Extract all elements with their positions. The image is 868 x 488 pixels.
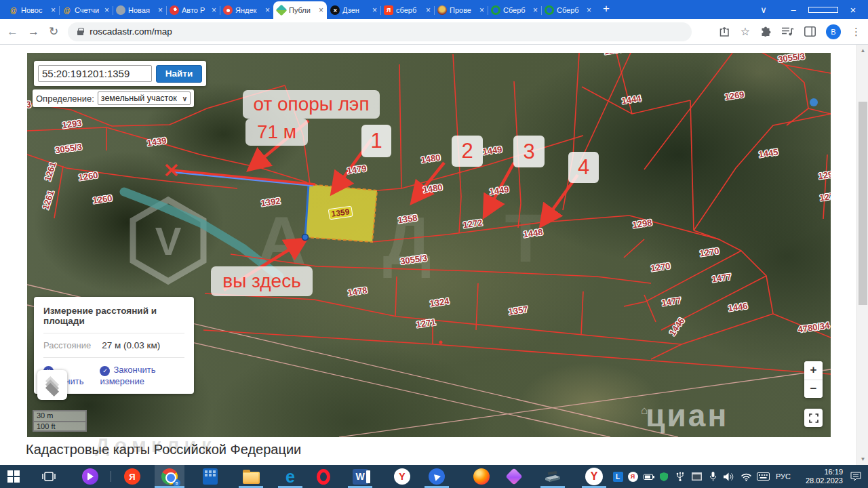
tray-clock[interactable]: 16:19 28.02.2023 bbox=[797, 465, 843, 488]
yandex-icon: Я bbox=[124, 468, 140, 485]
address-bar[interactable]: roscadastr.com/map bbox=[68, 22, 692, 41]
folder-icon bbox=[243, 472, 260, 484]
tab-strip: @Новос× @Счетчи× Новая× Авто Р× Яндек× П… bbox=[0, 0, 610, 19]
tab-close-icon[interactable]: × bbox=[587, 5, 591, 15]
share-icon[interactable] bbox=[719, 26, 730, 37]
finish-measurement-link[interactable]: ✓Закончить измерение bbox=[100, 365, 184, 386]
forward-icon[interactable]: → bbox=[28, 25, 39, 39]
l-badge-icon: L bbox=[613, 472, 623, 482]
zoom-out-button[interactable]: − bbox=[804, 380, 823, 399]
task-view-button[interactable] bbox=[35, 465, 62, 488]
tab-publichnaya-karta[interactable]: Публи× bbox=[273, 1, 327, 19]
opera-button[interactable] bbox=[310, 465, 337, 488]
action-center-button[interactable] bbox=[845, 465, 867, 488]
yandex-mini-icon: Я bbox=[628, 472, 638, 482]
annotation-power-line: от опоры лэп bbox=[243, 90, 380, 119]
layers-button[interactable] bbox=[37, 370, 67, 400]
tab-close-icon[interactable]: × bbox=[265, 5, 270, 15]
tray-language[interactable]: РУС bbox=[772, 465, 795, 488]
tab-schetchiki[interactable]: @Счетчи× bbox=[59, 1, 113, 19]
scanner-app-button[interactable] bbox=[539, 465, 566, 488]
minimize-button[interactable]: – bbox=[778, 5, 808, 15]
side-panel-icon[interactable] bbox=[804, 26, 816, 37]
new-tab-button[interactable]: + bbox=[603, 2, 610, 16]
tab-novosti[interactable]: @Новос× bbox=[5, 1, 59, 19]
app-window-icon bbox=[692, 472, 702, 481]
tab-close-icon[interactable]: × bbox=[212, 5, 216, 15]
tab-avto[interactable]: Авто Р× bbox=[166, 1, 220, 19]
tab-close-icon[interactable]: × bbox=[319, 5, 323, 15]
firefox-button[interactable] bbox=[468, 465, 495, 488]
back-icon[interactable]: ← bbox=[7, 25, 18, 39]
close-button[interactable]: × bbox=[838, 4, 868, 16]
scale-metric: 30 m bbox=[33, 410, 87, 421]
start-button[interactable] bbox=[0, 465, 27, 488]
extensions-puzzle-icon[interactable] bbox=[760, 26, 771, 37]
annotation-distance: 71 м bbox=[245, 119, 308, 146]
profile-avatar[interactable]: B bbox=[826, 24, 841, 39]
autoru-icon bbox=[170, 5, 179, 15]
window-controls: ∨ – × bbox=[749, 0, 868, 19]
url-text[interactable]: roscadastr.com/map bbox=[90, 26, 172, 37]
yandex-browser-button[interactable]: Y bbox=[389, 465, 416, 488]
tab-close-icon[interactable]: × bbox=[51, 5, 56, 15]
tab-label: Дзен bbox=[342, 6, 370, 14]
tab-proverka[interactable]: Прове× bbox=[434, 1, 488, 19]
scrollbar-thumb[interactable] bbox=[859, 102, 867, 305]
definition-value: земельный участок bbox=[101, 94, 177, 103]
dzen-button[interactable] bbox=[423, 465, 450, 488]
yandex-browser-icon: Y bbox=[394, 468, 410, 485]
tray-shield[interactable] bbox=[655, 465, 673, 488]
vertex-dot bbox=[439, 341, 443, 344]
music-app-button[interactable] bbox=[500, 465, 528, 488]
edge-button[interactable]: e bbox=[277, 465, 304, 488]
distance-label: Расстояние bbox=[43, 340, 91, 350]
tab-close-icon[interactable]: × bbox=[372, 5, 377, 15]
word-button[interactable]: W bbox=[347, 465, 374, 488]
scroll-up-icon[interactable]: ▲ bbox=[857, 47, 868, 54]
find-button[interactable]: Найти bbox=[156, 65, 202, 83]
notification-icon bbox=[850, 472, 861, 481]
tab-close-icon[interactable]: × bbox=[158, 5, 163, 15]
page-scrollbar[interactable]: ▲ ▼ bbox=[856, 45, 868, 465]
mailru-at-icon: @ bbox=[9, 5, 18, 15]
reload-icon[interactable]: ↻ bbox=[49, 24, 58, 39]
tray-keyboard[interactable] bbox=[753, 465, 773, 488]
tab-sberbank-search[interactable]: Ясберб× bbox=[380, 1, 434, 19]
maximize-button[interactable] bbox=[808, 5, 838, 15]
definition-select[interactable]: земельный участок ∨ bbox=[98, 92, 191, 105]
menu-dots-icon[interactable]: ⋮ bbox=[851, 26, 861, 38]
alisa-button[interactable] bbox=[77, 465, 104, 488]
tab-sberbank-2[interactable]: Сберб× bbox=[541, 1, 595, 19]
tab-close-icon[interactable]: × bbox=[426, 5, 431, 15]
yandex-big-button[interactable]: Y bbox=[580, 465, 608, 488]
mailru-at-icon: @ bbox=[62, 5, 72, 15]
file-explorer-button[interactable] bbox=[237, 465, 264, 488]
marker-2: 2 bbox=[452, 136, 483, 167]
yandex-app-button[interactable]: Я bbox=[119, 465, 146, 488]
marker-3: 3 bbox=[513, 136, 545, 167]
tab-search-icon[interactable]: ∨ bbox=[749, 5, 778, 15]
calculator-button[interactable] bbox=[197, 465, 224, 488]
tab-sberbank-1[interactable]: Сберб× bbox=[488, 1, 541, 19]
zoom-in-button[interactable]: + bbox=[804, 361, 823, 380]
measurement-line bbox=[166, 165, 315, 186]
tab-dzen[interactable]: +Дзен× bbox=[327, 1, 380, 19]
tab-close-icon[interactable]: × bbox=[533, 5, 538, 15]
tab-yandex[interactable]: Яндек× bbox=[220, 1, 273, 19]
search-input[interactable] bbox=[38, 65, 152, 82]
parcel-label: 1295 bbox=[818, 169, 831, 182]
tray-app-window[interactable] bbox=[687, 465, 706, 488]
tab-novaya[interactable]: Новая× bbox=[113, 1, 166, 19]
bookmark-star-icon[interactable]: ☆ bbox=[741, 25, 750, 38]
tab-close-icon[interactable]: × bbox=[479, 5, 484, 15]
cadastral-map[interactable]: V А Д Т bbox=[27, 53, 831, 437]
scroll-down-icon[interactable]: ▼ bbox=[857, 456, 868, 462]
fullscreen-button[interactable] bbox=[804, 409, 823, 427]
measurement-title: Измерение расстояний и площади bbox=[43, 306, 184, 326]
lock-icon bbox=[77, 30, 83, 35]
tab-close-icon[interactable]: × bbox=[104, 5, 109, 15]
yandex-big-icon: Y bbox=[585, 468, 603, 485]
reading-list-icon[interactable] bbox=[781, 26, 794, 37]
chrome-button[interactable]: в bbox=[155, 465, 184, 488]
